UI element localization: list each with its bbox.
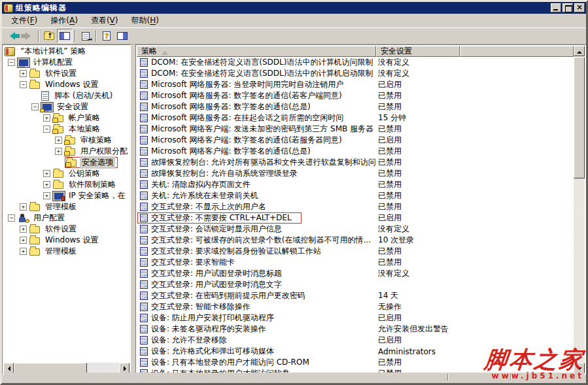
policy-icon	[140, 158, 148, 167]
collapse-icon[interactable]: −	[8, 214, 15, 222]
expand-icon[interactable]: +	[43, 170, 50, 177]
tree-item-2[interactable]: +软件设置	[3, 68, 130, 79]
policy-cell: Microsoft 网络服务器: 数字签名的通信(若客户端同意)	[137, 90, 376, 101]
collapse-icon[interactable]: −	[8, 59, 15, 66]
menu-item-action[interactable]: 操作(A)	[44, 14, 84, 27]
security-setting-value: 已启用	[376, 135, 402, 146]
expand-icon[interactable]: +	[20, 248, 27, 255]
scroll-down-button[interactable]	[574, 363, 585, 373]
policy-icon	[140, 203, 148, 211]
list-vertical-scrollbar[interactable]	[574, 46, 585, 373]
policy-row-8[interactable]: Microsoft 网络客户端: 数字签名的通信(总是)已禁用	[137, 146, 574, 157]
collapse-icon[interactable]: −	[43, 126, 50, 133]
scroll-right-button[interactable]	[119, 363, 130, 373]
maximize-button[interactable]	[562, 3, 573, 12]
minimize-button[interactable]	[551, 3, 561, 12]
security-setting-value: 10 次登录	[376, 235, 414, 246]
tree-item-11[interactable]: +公钥策略	[3, 168, 130, 179]
policy-row-10[interactable]: 故障恢复控制台: 允许自动系统管理级登录已禁用	[137, 168, 574, 179]
policy-row-13[interactable]: 交互式登录: 不显示上次的用户名已禁用	[137, 201, 574, 212]
menu-item-file[interactable]: 文件(F)	[5, 14, 44, 27]
back-button[interactable]	[5, 29, 20, 43]
panel-splitter[interactable]	[131, 44, 135, 375]
tree-item-0[interactable]: “本地计算机” 策略	[3, 46, 130, 57]
policy-row-16[interactable]: 交互式登录: 可被缓存的前次登录个数(在域控制器不可用的情...10 次登录	[137, 235, 574, 246]
expand-icon[interactable]: +	[43, 192, 50, 199]
scroll-up-button[interactable]	[574, 46, 585, 56]
expand-icon[interactable]: +	[20, 203, 27, 210]
tree-item-10[interactable]: 安全选项	[3, 157, 130, 168]
policy-row-2[interactable]: Microsoft 网络服务器: 当登录时间用完时自动注销用户已启用	[137, 79, 574, 90]
tree-item-8[interactable]: +审核策略	[3, 135, 130, 146]
tree-item-17[interactable]: +Windows 设置	[3, 235, 130, 246]
menu-item-help[interactable]: 帮助(H)	[124, 14, 165, 27]
expand-icon[interactable]: +	[55, 148, 62, 155]
tree-item-18[interactable]: +管理模板	[3, 246, 130, 257]
policy-row-3[interactable]: Microsoft 网络服务器: 数字签名的通信(若客户端同意)已禁用	[137, 90, 574, 101]
up-one-level-button[interactable]	[41, 29, 57, 43]
expand-icon[interactable]: +	[43, 181, 50, 188]
tree-item-16[interactable]: +软件设置	[3, 224, 130, 235]
security-setting-value: 已启用	[376, 212, 402, 224]
policy-row-23[interactable]: 设备: 防止用户安装打印机驱动程序已启用	[137, 312, 574, 324]
show-console-tree-button[interactable]	[57, 29, 73, 43]
collapse-icon[interactable]: −	[20, 81, 27, 88]
policy-row-1[interactable]: DCOM: 在安全描述符定义语言(SDDL)语法中的计算机启动限制没有定义	[137, 68, 574, 79]
policy-row-12[interactable]: 关机: 允许系统在未登录前关机已禁用	[137, 190, 574, 201]
policy-row-7[interactable]: Microsoft 网络客户端: 数字签名的通信(若服务器同意)已启用	[137, 135, 574, 146]
tree-item-6[interactable]: +帐户策略	[3, 112, 130, 124]
policy-row-0[interactable]: DCOM: 在安全描述符定义语言(SDDL)语法中的计算机访问限制没有定义	[137, 57, 574, 68]
policy-row-4[interactable]: Microsoft 网络服务器: 数字签名的通信(总是)已禁用	[137, 101, 574, 112]
column-label-policy: 策略	[141, 46, 157, 57]
menu-item-view[interactable]: 查看(V)	[84, 14, 125, 27]
policy-row-5[interactable]: Microsoft 网络服务器: 在挂起会话之前所需的空闲时间15 分钟	[137, 112, 574, 124]
close-button[interactable]	[574, 3, 585, 12]
scroll-left-button[interactable]	[3, 363, 14, 373]
policy-row-6[interactable]: Microsoft 网络客户端: 发送未加密的密码到第三方 SMB 服务器已禁用	[137, 124, 574, 135]
tree-item-13[interactable]: +IP 安全策略，在	[3, 190, 130, 201]
tree-item-7[interactable]: −本地策略	[3, 124, 130, 135]
policy-row-17[interactable]: 交互式登录: 要求域控制器身份验证以解锁工作站已禁用	[137, 246, 574, 257]
tree-item-5[interactable]: −安全设置	[3, 101, 130, 112]
horizontal-scroll-thumb[interactable]	[14, 363, 87, 373]
expand-icon[interactable]: +	[55, 137, 62, 144]
tree-item-9[interactable]: +用户权限分配	[3, 146, 130, 157]
policy-row-15[interactable]: 交互式登录: 会话锁定时显示用户信息没有定义	[137, 224, 574, 235]
policy-row-9[interactable]: 故障恢复控制台: 允许对所有驱动器和文件夹进行软盘复制和访问已禁用	[137, 157, 574, 168]
policy-row-21[interactable]: 交互式登录: 在密码到期前提示用户更改密码14 天	[137, 290, 574, 301]
tree-item-14[interactable]: +管理模板	[3, 201, 130, 212]
policy-row-11[interactable]: 关机: 清除虚拟内存页面文件已禁用	[137, 179, 574, 190]
policy-row-14[interactable]: 交互式登录: 不需要按 CTRL+ALT+DEL已启用	[137, 212, 574, 224]
policy-row-26[interactable]: 设备: 允许格式化和弹出可移动媒体Administrators	[137, 346, 574, 357]
security-setting-value: 已禁用	[376, 101, 402, 112]
help-button[interactable]	[99, 29, 114, 43]
expand-icon[interactable]: +	[20, 237, 27, 244]
policy-row-24[interactable]: 设备: 未签名驱动程序的安装操作允许安装但发出警告	[137, 324, 574, 335]
tree-item-12[interactable]: +软件限制策略	[3, 179, 130, 190]
column-header-setting[interactable]: 安全设置	[376, 46, 460, 57]
collapse-icon[interactable]: −	[31, 103, 39, 110]
security-setting-value: 已启用	[376, 79, 402, 90]
security-setting-value: 已禁用	[376, 168, 402, 179]
folder-icon	[29, 71, 40, 78]
policy-row-20[interactable]: 交互式登录: 用户试图登录时消息文字	[137, 279, 574, 290]
tree-item-1[interactable]: −计算机配置	[3, 57, 130, 68]
column-header-policy[interactable]: 策略	[137, 46, 376, 57]
tree-item-15[interactable]: −用户配置	[3, 212, 130, 224]
expand-icon[interactable]: +	[20, 226, 27, 233]
export-list-button[interactable]	[78, 29, 94, 43]
forward-button[interactable]	[20, 29, 36, 43]
policy-row-18[interactable]: 交互式登录: 要求智能卡已禁用	[137, 257, 574, 268]
policy-row-22[interactable]: 交互式登录: 智能卡移除操作无操作	[137, 301, 574, 312]
vertical-scroll-thumb[interactable]	[574, 57, 585, 178]
show-action-pane-button[interactable]	[114, 29, 130, 43]
policy-row-27[interactable]: 设备: 只有本地登录的用户才能访问 CD-ROM已禁用	[137, 357, 574, 368]
tree-item-4[interactable]: 脚本 (启动/关机)	[3, 90, 130, 101]
policy-name: 交互式登录: 用户试图登录时消息标题	[151, 268, 282, 279]
tree-horizontal-scrollbar[interactable]	[3, 363, 130, 373]
expand-icon[interactable]: +	[43, 114, 50, 122]
policy-row-19[interactable]: 交互式登录: 用户试图登录时消息标题没有定义	[137, 268, 574, 279]
tree-item-3[interactable]: −Windows 设置	[3, 79, 130, 90]
policy-row-25[interactable]: 设备: 允许不登录移除已启用	[137, 335, 574, 346]
expand-icon[interactable]: +	[20, 70, 27, 77]
